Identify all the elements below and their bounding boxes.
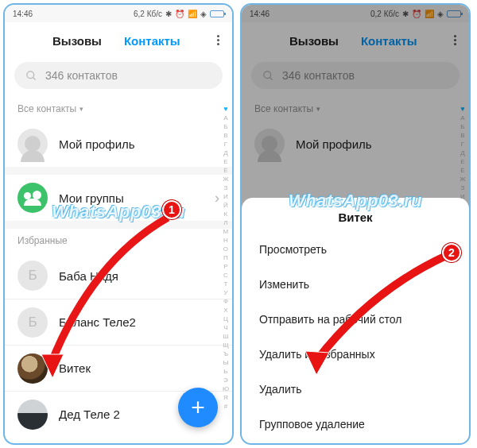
- phone-screen-context-menu: 14:46 0,2 Кб/с ✱ ⏰ 📶 ◈ Вызовы Контакты 3…: [240, 3, 471, 445]
- list-item[interactable]: Витек: [5, 345, 232, 391]
- annotation-badge-1: 1: [162, 200, 181, 219]
- context-menu-sheet: Витек Просмотреть Изменить Отправить на …: [242, 198, 469, 443]
- status-bar: 14:46 6,2 Кб/с ✱ ⏰ 📶 ◈: [5, 5, 232, 22]
- top-tabs: Вызовы Контакты: [5, 22, 232, 59]
- chevron-down-icon: ▾: [80, 105, 83, 113]
- menu-group-delete[interactable]: Групповое удаление: [242, 407, 469, 442]
- add-contact-fab[interactable]: +: [178, 388, 218, 427]
- avatar: [17, 400, 48, 430]
- list-item[interactable]: Б Баба Надя: [5, 253, 232, 299]
- avatar: Б: [17, 307, 48, 338]
- tab-calls[interactable]: Вызовы: [52, 34, 102, 48]
- search-icon: [25, 70, 37, 82]
- signal-icon: 📶: [188, 10, 197, 18]
- contact-name: Баланс Теле2: [59, 315, 219, 329]
- battery-icon: [210, 10, 224, 17]
- chevron-right-icon: ›: [215, 190, 219, 207]
- wifi-icon: ◈: [200, 10, 207, 18]
- list-item[interactable]: Б Баланс Теле2: [5, 299, 232, 345]
- menu-delete[interactable]: Удалить: [242, 372, 469, 407]
- net-speed: 6,2 Кб/с: [134, 10, 162, 18]
- phone-screen-contacts: 14:46 6,2 Кб/с ✱ ⏰ 📶 ◈ Вызовы Контакты 3…: [3, 3, 234, 445]
- plus-icon: +: [191, 394, 205, 421]
- watermark: WhatsApp03.ru: [289, 191, 422, 211]
- az-letters: АБВГДЕЁЖЗИЙКЛМНОПРСТУФХЦЧШЩЪЫЬЭЮЯ#: [223, 114, 229, 411]
- my-profile-row[interactable]: Мой профиль: [5, 121, 232, 167]
- more-menu-icon[interactable]: [217, 33, 219, 47]
- menu-view[interactable]: Просмотреть: [242, 232, 469, 267]
- clock: 14:46: [13, 10, 33, 18]
- alphabet-index[interactable]: ♥АБВГДЕЁЖЗИЙКЛМНОПРСТУФХЦЧШЩЪЫЬЭЮЯ#: [223, 105, 229, 411]
- group-icon: [17, 183, 48, 213]
- avatar: [17, 353, 48, 384]
- alarm-icon: ⏰: [175, 10, 184, 18]
- svg-line-1: [33, 77, 35, 79]
- my-profile-label: Мой профиль: [59, 137, 219, 151]
- avatar: Б: [17, 261, 48, 291]
- menu-edit[interactable]: Изменить: [242, 267, 469, 302]
- favorites-header: Избранные: [5, 229, 232, 253]
- annotation-badge-2: 2: [442, 243, 461, 262]
- search-input[interactable]: 346 контактов: [14, 62, 223, 89]
- svg-point-0: [27, 71, 34, 78]
- menu-send-to-desktop[interactable]: Отправить на рабочий стол: [242, 302, 469, 337]
- contact-name: Баба Надя: [59, 269, 219, 283]
- search-placeholder: 346 контактов: [45, 69, 118, 82]
- contact-name: Витек: [59, 361, 219, 375]
- menu-remove-favorite[interactable]: Удалить из избранных: [242, 337, 469, 372]
- tab-contacts[interactable]: Контакты: [124, 34, 180, 48]
- filter-all-contacts[interactable]: Все контакты ▾: [5, 97, 232, 121]
- bluetooth-icon: ✱: [165, 10, 172, 18]
- person-icon: [17, 129, 48, 159]
